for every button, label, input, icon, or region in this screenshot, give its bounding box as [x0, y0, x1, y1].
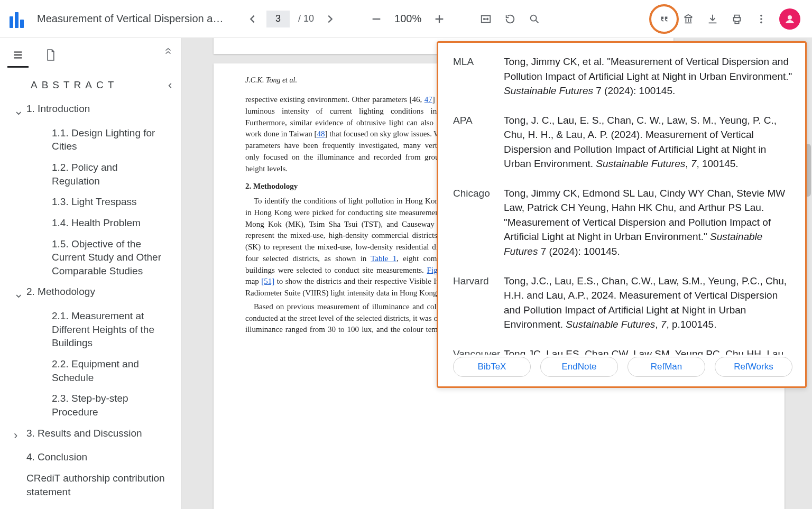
plus-icon [433, 13, 445, 25]
citation-row[interactable]: VancouverTong JC, Lau ES, Chan CW, Law S… [453, 347, 792, 355]
outline-label: 1. Introduction [26, 102, 177, 116]
svg-point-4 [760, 21, 762, 23]
svg-point-3 [760, 18, 762, 20]
citation-row[interactable]: ChicagoTong, Jimmy CK, Edmond SL Lau, Ci… [453, 186, 792, 259]
save-to-library-button[interactable] [678, 8, 699, 30]
chevrons-icon [163, 45, 173, 57]
page-icon [45, 49, 56, 61]
rotate-button[interactable] [500, 8, 521, 30]
outline-tab[interactable] [7, 44, 29, 66]
outline-label: 2.3. Step-by-step Procedure [52, 392, 177, 419]
citation-text: Tong, Jimmy CK, et al. "Measurement of V… [504, 54, 792, 98]
outline-item[interactable]: ›3. Results and Discussion [10, 423, 177, 447]
table-link[interactable]: Table 1 [371, 254, 396, 263]
outline-label: CRediT authorship contribution statement [26, 471, 177, 498]
outline-label: 1.2. Policy and Regulation [52, 161, 177, 188]
search-icon [529, 13, 540, 25]
outline-panel: ABSTRACT ⌄1. Introduction1.1. Design Lig… [0, 68, 181, 502]
library-icon [682, 13, 694, 25]
toolbar: Measurement of Vertical Dispersion and P… [0, 0, 812, 38]
page-number-input[interactable] [266, 11, 290, 27]
print-button[interactable] [726, 8, 748, 30]
citation-row[interactable]: APATong, J. C., Lau, E. S., Chan, C. W.,… [453, 113, 792, 171]
download-button[interactable] [702, 8, 723, 30]
outline-item[interactable]: 1.4. Health Problem [10, 212, 177, 234]
ref-link[interactable]: 48 [317, 129, 325, 138]
outline-label: 2. Methodology [26, 285, 177, 299]
chevron-left-icon [247, 13, 259, 25]
prev-page-button[interactable] [242, 8, 263, 30]
outline-label: 2.1. Measurement at Different Heights of… [52, 309, 177, 350]
page-total-label: / 10 [298, 13, 314, 24]
citation-row[interactable]: HarvardTong, J.C., Lau, E.S., Chan, C.W.… [453, 274, 792, 332]
search-button[interactable] [524, 8, 545, 30]
export-refman-button[interactable]: RefMan [628, 357, 705, 377]
chevron-right-icon [324, 13, 336, 25]
citation-style-label: Harvard [453, 274, 504, 332]
citation-text: Tong, J. C., Lau, E. S., Chan, C. W., La… [504, 113, 792, 171]
list-icon [12, 49, 24, 61]
outline-item[interactable]: CRediT authorship contribution statement [10, 468, 177, 502]
outline-item[interactable]: 2.2. Equipment and Schedule [10, 354, 177, 388]
citation-popup: MLATong, Jimmy CK, et al. "Measurement o… [437, 41, 807, 388]
person-icon [783, 13, 796, 25]
svg-point-5 [788, 15, 792, 20]
export-endnote-button[interactable]: EndNote [540, 357, 618, 377]
collapse-outline-icon[interactable] [167, 78, 174, 92]
collapse-sidebar-button[interactable] [163, 45, 173, 59]
outline-item[interactable]: ⌄1. Introduction [10, 98, 177, 123]
outline-item[interactable]: 2.1. Measurement at Different Heights of… [10, 306, 177, 354]
fit-width-icon [480, 13, 492, 25]
outline-label: 3. Results and Discussion [26, 427, 177, 440]
outline-item[interactable]: ⌄2. Methodology [10, 281, 177, 306]
outline-label: 4. Conclusion [26, 450, 177, 464]
zoom-out-button[interactable] [366, 8, 387, 30]
export-bibtex-button[interactable]: BibTeX [453, 357, 531, 377]
outline-label: 1.1. Design Lighting for Cities [52, 126, 177, 153]
outline-item[interactable]: 1.5. Objective of the Current Study and … [10, 234, 177, 282]
app-logo [10, 10, 27, 28]
citation-style-label: MLA [453, 54, 504, 98]
sidebar: ABSTRACT ⌄1. Introduction1.1. Design Lig… [0, 38, 182, 509]
citation-style-label: Vancouver [453, 347, 504, 355]
cite-button[interactable] [653, 8, 675, 30]
quote-icon [658, 13, 670, 25]
chevron-down-icon: ⌄ [14, 286, 26, 302]
citation-text: Tong, J.C., Lau, E.S., Chan, C.W., Law, … [504, 274, 792, 332]
print-icon [731, 13, 743, 25]
ref-link[interactable]: [51] [261, 277, 274, 285]
outline-title: ABSTRACT [31, 79, 118, 91]
fit-width-button[interactable] [475, 8, 496, 30]
citation-text: Tong JC, Lau ES, Chan CW, Law SM, Yeung … [504, 347, 792, 355]
more-vert-icon [755, 13, 767, 25]
outline-item[interactable]: 4. Conclusion [10, 447, 177, 468]
export-refworks-button[interactable]: RefWorks [715, 357, 792, 377]
outline-label: 1.5. Objective of the Current Study and … [52, 237, 177, 278]
outline-item[interactable]: 1.3. Light Trespass [10, 191, 177, 212]
chevron-right-icon: › [14, 428, 26, 443]
citation-text: Tong, Jimmy CK, Edmond SL Lau, Cindy WY … [504, 186, 792, 259]
user-avatar[interactable] [779, 8, 800, 30]
minus-icon [371, 13, 382, 25]
outline-label: 2.2. Equipment and Schedule [52, 357, 177, 384]
svg-point-2 [760, 14, 762, 16]
svg-point-1 [531, 15, 537, 21]
outline-item[interactable]: 1.1. Design Lighting for Cities [10, 123, 177, 157]
document-area[interactable]: rendering, upward light ratio, upward li… [182, 38, 812, 509]
zoom-level-label[interactable]: 100% [390, 13, 426, 25]
more-button[interactable] [751, 8, 772, 30]
ref-link[interactable]: 47 [425, 95, 432, 104]
next-page-button[interactable] [319, 8, 340, 30]
zoom-in-button[interactable] [429, 8, 450, 30]
citation-row[interactable]: MLATong, Jimmy CK, et al. "Measurement o… [453, 54, 792, 98]
rotate-icon [504, 13, 516, 25]
outline-label: 1.4. Health Problem [52, 216, 177, 230]
outline-item[interactable]: 1.2. Policy and Regulation [10, 157, 177, 191]
citation-style-label: Chicago [453, 186, 504, 259]
outline-item[interactable]: 2.3. Step-by-step Procedure [10, 388, 177, 422]
chevron-down-icon: ⌄ [14, 103, 26, 119]
citation-style-label: APA [453, 113, 504, 171]
thumbnails-tab[interactable] [40, 44, 61, 66]
download-icon [707, 13, 718, 25]
outline-label: 1.3. Light Trespass [52, 195, 177, 209]
